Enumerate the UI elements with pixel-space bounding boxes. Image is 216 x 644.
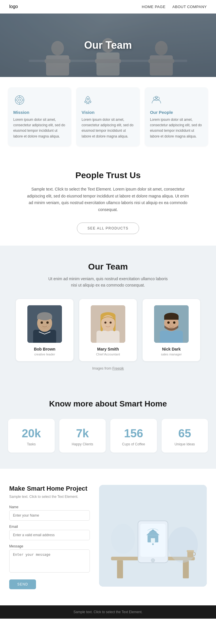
send-button[interactable]: SEND [9,579,36,589]
trust-text: Sample text. Click to select the Text El… [24,186,192,213]
svg-point-2 [51,41,64,55]
svg-point-27 [41,321,43,324]
form-group-message: Message [9,544,90,574]
feature-card-people: Our People Lorem ipsum dolor sit amet, c… [145,87,208,146]
logo: logo [9,4,18,9]
team-subtitle: Ut enim ad minim veniam, quis nostrud ex… [48,276,168,289]
stat-label-clients: Happy Clients [63,442,103,446]
svg-rect-48 [117,560,123,578]
svg-point-36 [101,315,115,331]
stat-number-tasks: 20k [12,427,51,440]
smart-home-svg [99,485,207,587]
team-name-bob: Bob Brown [20,347,69,351]
feature-text-mission: Lorem ipsum dolor sit amet, consectetur … [13,117,66,139]
svg-rect-5 [96,52,120,76]
hero-section: Our Team [0,14,216,77]
team-grid: Bob Brown creative leader [9,299,207,361]
feature-title-vision: Vision [82,110,134,115]
team-role-bob: creative leader [20,353,69,356]
footer-text: Sample text. Click to select the Text El… [9,610,207,614]
team-name-mary: Mary Smith [84,347,132,351]
svg-rect-49 [183,560,189,578]
stat-card-ideas: 65 Unique Ideas [162,419,208,453]
team-card-mary: Mary Smith Chief Accountant [79,299,137,361]
svg-point-13 [18,99,21,101]
svg-rect-54 [151,538,155,543]
svg-point-18 [87,98,89,100]
people-icon [150,94,163,106]
footer: Sample text. Click to select the Text El… [0,605,216,619]
svg-rect-26 [37,316,52,319]
svg-rect-7 [150,55,173,76]
see-all-button[interactable]: SEE ALL PRODUCTS [77,223,139,234]
team-photo-bob [27,305,62,343]
svg-rect-30 [96,331,120,343]
svg-point-45 [173,321,175,324]
stat-number-coffee: 156 [114,427,154,440]
svg-point-44 [167,321,170,324]
stats-section: Know more about Smart Home 20k Tasks 7k … [0,382,216,469]
stat-label-ideas: Unique Ideas [165,442,205,446]
svg-point-6 [155,41,168,55]
navbar: logo HOME PAGE ABOUT COMPANY [0,0,216,14]
svg-rect-10 [148,59,174,63]
stat-card-tasks: 20k Tasks [8,419,55,453]
svg-rect-3 [46,55,69,76]
svg-point-38 [110,321,112,323]
stat-number-ideas: 65 [165,427,205,440]
rocket-icon [82,94,94,106]
feature-card-mission: Mission Lorem ipsum dolor sit amet, cons… [8,87,71,146]
email-label: Email [9,525,90,529]
name-label: Name [9,505,90,509]
stat-label-coffee: Cups of Coffee [114,442,154,446]
contact-image [99,485,207,587]
target-icon [13,94,26,106]
stat-card-coffee: 156 Cups of Coffee [110,419,157,453]
team-name-nick: Nick Dark [147,347,196,351]
message-input[interactable] [9,549,90,573]
svg-point-28 [46,321,49,324]
svg-rect-40 [160,331,183,343]
nick-photo-illustration [154,305,189,343]
name-input[interactable] [9,510,90,521]
team-section: Our Team Ut enim ad minim veniam, quis n… [0,246,216,382]
feature-text-vision: Lorem ipsum dolor sit amet, consectetur … [82,117,134,139]
team-photo-nick [154,305,189,343]
stats-heading: Know more about Smart Home [8,399,208,408]
nav-links: HOME PAGE ABOUT COMPANY [142,5,207,9]
feature-card-vision: Vision Lorem ipsum dolor sit amet, conse… [76,87,139,146]
freepik-note: Images from Freepik [9,366,207,370]
feature-text-people: Lorem ipsum dolor sit amet, consectetur … [150,117,203,139]
team-role-mary: Chief Accountant [84,353,132,356]
svg-rect-60 [187,550,194,552]
stats-grid: 20k Tasks 7k Happy Clients 156 Cups of C… [8,419,208,453]
svg-rect-8 [45,59,71,63]
hero-title: Our Team [84,39,132,51]
email-input[interactable] [9,530,90,540]
stat-card-clients: 7k Happy Clients [59,419,106,453]
feature-title-mission: Mission [13,110,66,115]
svg-point-57 [168,527,198,563]
trust-heading: People Trust Us [17,170,199,180]
svg-rect-43 [164,316,179,320]
nav-home[interactable]: HOME PAGE [142,5,165,9]
trust-section: People Trust Us Sample text. Click to se… [0,154,216,246]
svg-point-58 [111,524,135,554]
svg-point-56 [151,558,155,562]
contact-heading: Make Smart Home Project [9,485,90,492]
freepik-link[interactable]: Freepik [112,366,124,370]
contact-section: Make Smart Home Project Sample text. Cli… [0,469,216,605]
team-heading: Our Team [9,262,207,272]
mary-photo-illustration [91,305,125,343]
form-group-name: Name [9,505,90,521]
team-card-bob: Bob Brown creative leader [16,299,73,361]
feature-title-people: Our People [150,110,203,115]
team-role-nick: sales manager [147,353,196,356]
team-photo-mary [91,305,125,343]
features-grid: Mission Lorem ipsum dolor sit amet, cons… [8,87,208,146]
svg-point-37 [105,321,107,323]
bob-photo-illustration [27,305,62,343]
svg-rect-9 [95,59,121,63]
nav-about[interactable]: ABOUT COMPANY [173,5,207,9]
stat-label-tasks: Tasks [12,442,51,446]
